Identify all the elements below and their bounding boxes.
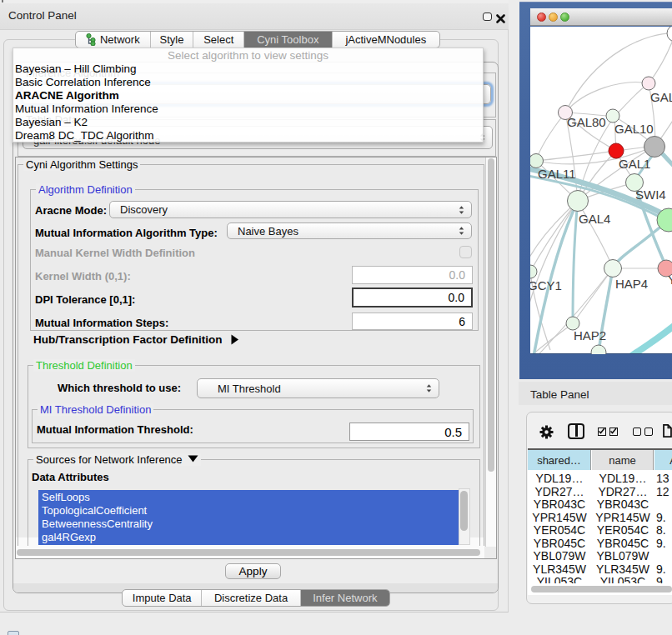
svg-text:GAL10: GAL10: [614, 122, 654, 136]
svg-text:SWI4: SWI4: [635, 188, 666, 202]
svg-text:GCY1: GCY1: [530, 278, 562, 292]
svg-text:GAL1: GAL1: [619, 157, 650, 171]
svg-text:HAP2: HAP2: [574, 328, 606, 342]
svg-text:YL: YL: [668, 272, 672, 287]
svg-text:GAL11: GAL11: [538, 167, 576, 181]
svg-text:GAL7: GAL7: [650, 90, 672, 104]
svg-text:HAP4: HAP4: [615, 277, 648, 291]
svg-text:GAL80: GAL80: [567, 115, 606, 129]
svg-text:GAL4: GAL4: [579, 212, 610, 226]
